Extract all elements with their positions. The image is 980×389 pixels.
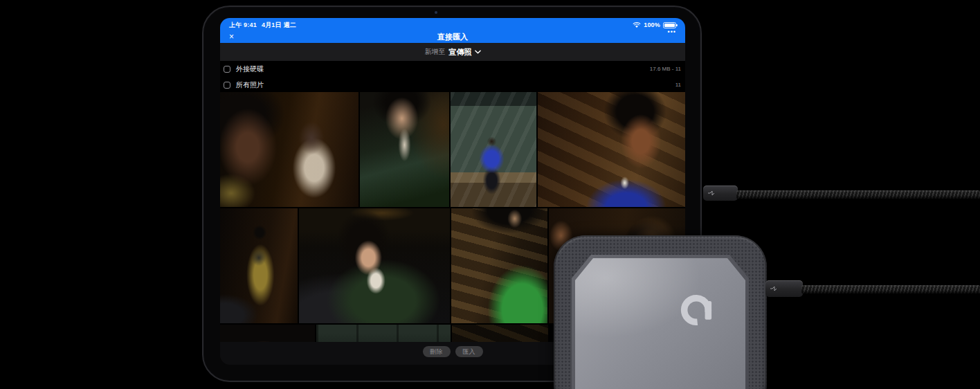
photo-thumbnail-r1c1[interactable] <box>220 92 359 207</box>
add-to-label: 新增至 <box>425 47 446 57</box>
usb-c-connector <box>703 186 738 201</box>
source-row-external-drive[interactable]: 外接硬碟 17.6 MB - 11 <box>220 61 685 77</box>
thunderbolt-icon <box>770 286 777 291</box>
drive-plate-bevel <box>572 255 749 389</box>
source-label: 所有照片 <box>236 80 264 90</box>
page-title: 直接匯入 <box>220 32 685 42</box>
photo-thumbnail-r1c2[interactable] <box>360 92 449 207</box>
drive-plate <box>575 258 745 389</box>
source-meta: 17.6 MB - 11 <box>650 66 681 72</box>
photo-thumbnail-r2c3[interactable] <box>451 208 547 323</box>
g-logo <box>678 292 714 328</box>
thunderbolt-icon <box>708 190 715 196</box>
add-to-toolbar: 新增至 宣傳照 <box>220 43 685 61</box>
photo-thumbnail-r2c1[interactable] <box>220 208 298 323</box>
checkbox-external-drive[interactable] <box>224 66 230 73</box>
more-button[interactable]: ••• <box>668 28 676 35</box>
source-list: 外接硬碟 17.6 MB - 11 所有照片 11 <box>220 61 685 93</box>
usb-c-connector <box>765 280 803 297</box>
status-date: 4月1日 週二 <box>262 21 296 30</box>
source-row-all-photos[interactable]: 所有照片 11 <box>220 77 685 93</box>
status-bar: 上午 9:41 4月1日 週二 100% <box>220 18 685 30</box>
album-selector[interactable]: 宣傳照 <box>449 47 481 57</box>
cable-braid <box>801 285 980 293</box>
battery-percent: 100% <box>644 21 660 28</box>
source-label: 外接硬碟 <box>236 64 264 74</box>
chevron-down-icon <box>475 50 481 54</box>
cable-braid <box>736 190 980 199</box>
external-ssd-drive <box>554 235 767 389</box>
source-meta: 11 <box>675 82 681 88</box>
delete-button[interactable]: 刪除 <box>423 346 451 357</box>
photo-thumbnail-r1c4[interactable] <box>538 92 685 207</box>
header: 上午 9:41 4月1日 週二 100% × <box>220 18 685 43</box>
status-time: 上午 9:41 <box>229 21 257 30</box>
nav-bar: × 直接匯入 ••• <box>220 30 685 44</box>
battery-icon <box>663 22 676 28</box>
stage: 上午 9:41 4月1日 週二 100% × <box>0 0 980 389</box>
photo-thumbnail-r1c3[interactable] <box>451 92 536 207</box>
album-name: 宣傳照 <box>449 47 472 57</box>
import-button[interactable]: 匯入 <box>455 346 483 357</box>
photo-thumbnail-r2c2[interactable] <box>299 208 450 323</box>
front-camera <box>435 11 437 14</box>
wifi-icon <box>633 22 641 28</box>
checkbox-all-photos[interactable] <box>224 82 230 89</box>
